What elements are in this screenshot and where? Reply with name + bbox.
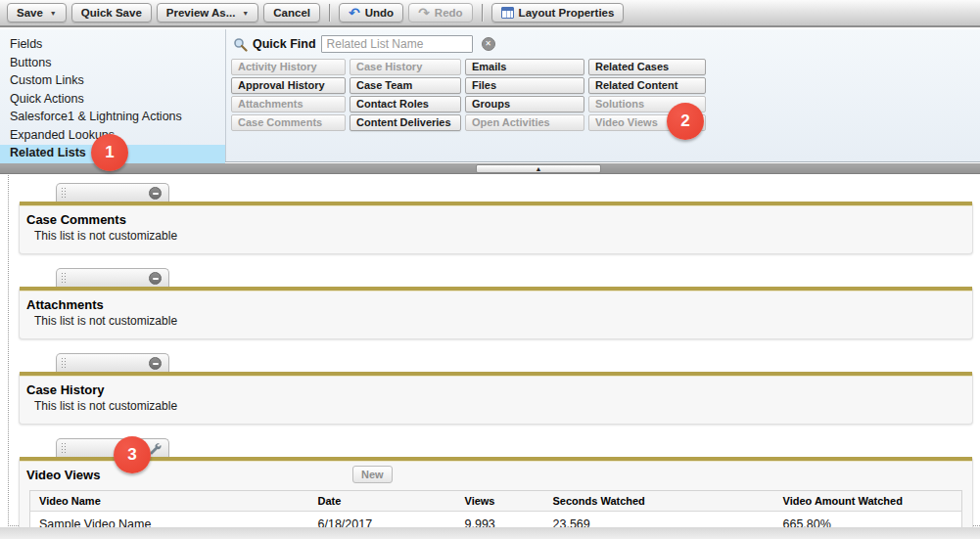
toolbar-separator	[482, 4, 483, 22]
quick-save-button[interactable]: Quick Save	[71, 3, 152, 22]
section-body: Attachments This list is not customizabl…	[19, 287, 973, 339]
related-list-section-attachments: Attachments This list is not customizabl…	[19, 268, 973, 339]
column-header-video-amount-watched: Video Amount Watched	[774, 491, 962, 512]
redo-icon: ↷	[418, 8, 430, 18]
save-dropdown-caret-icon[interactable]: ▼	[50, 10, 57, 17]
category-fields[interactable]: Fields	[0, 36, 225, 55]
palette-panel: Fields Buttons Custom Links Quick Action…	[0, 29, 980, 162]
related-list-section-video-views: Video Views New Video Name Date Views Se…	[19, 438, 973, 539]
step-badge-3: 3	[114, 436, 151, 473]
palette-item-case-history: Case History	[350, 59, 461, 75]
section-note: This list is not customizable	[34, 229, 972, 243]
section-title: Case History	[26, 382, 972, 397]
cancel-label: Cancel	[273, 7, 310, 19]
section-drag-handle[interactable]	[56, 183, 169, 202]
palette-item-emails[interactable]: Emails	[465, 59, 584, 75]
quick-save-label: Quick Save	[81, 7, 142, 19]
remove-section-icon[interactable]	[149, 357, 162, 370]
page-layout-editor: Save ▼ Quick Save Preview As... ▼ Cancel…	[0, 0, 980, 539]
category-custom-links[interactable]: Custom Links	[0, 72, 225, 91]
category-buttons[interactable]: Buttons	[0, 55, 225, 73]
preview-as-caret-icon: ▼	[242, 10, 249, 17]
palette-item-approval-history[interactable]: Approval History	[231, 77, 346, 94]
drag-grip-icon	[61, 187, 67, 199]
layout-canvas: Case Comments This list is not customiza…	[0, 175, 980, 527]
palette-item-contact-roles[interactable]: Contact Roles	[350, 96, 461, 112]
quick-find-label: Quick Find	[253, 37, 316, 51]
drag-grip-icon	[61, 357, 67, 369]
palette-item-activity-history: Activity History	[231, 59, 346, 75]
save-button[interactable]: Save ▼	[7, 3, 67, 22]
undo-icon: ↶	[349, 8, 360, 18]
step-badge-2: 2	[667, 103, 704, 140]
section-title: Case Comments	[26, 212, 972, 227]
layout-properties-label: Layout Properties	[519, 7, 615, 19]
toolbar: Save ▼ Quick Save Preview As... ▼ Cancel…	[0, 0, 980, 27]
section-note: This list is not customizable	[34, 399, 972, 413]
palette-item-related-content[interactable]: Related Content	[588, 77, 706, 94]
category-quick-actions[interactable]: Quick Actions	[0, 91, 225, 110]
quick-find-row: Quick Find ✕	[233, 35, 980, 53]
related-list-palette-grid: Activity History Case History Emails Rel…	[231, 59, 980, 131]
palette-item-open-activities: Open Activities	[465, 114, 584, 131]
remove-section-icon[interactable]	[149, 187, 162, 200]
column-header-video-name: Video Name	[30, 491, 309, 512]
toolbar-separator	[329, 4, 330, 22]
section-body: Case History This list is not customizab…	[19, 372, 973, 425]
undo-button[interactable]: ↶ Undo	[339, 3, 403, 22]
layout-properties-icon	[501, 7, 514, 19]
related-list-section-case-comments: Case Comments This list is not customiza…	[19, 183, 973, 254]
palette-item-case-team[interactable]: Case Team	[350, 77, 461, 94]
page-background	[0, 527, 980, 539]
palette-item-files[interactable]: Files	[465, 77, 584, 94]
palette-items-area: Quick Find ✕ Activity History Case Histo…	[226, 29, 980, 161]
palette-item-attachments: Attachments	[231, 96, 346, 112]
column-header-views: Views	[456, 491, 544, 512]
palette-item-related-cases[interactable]: Related Cases	[588, 59, 706, 75]
table-header-row: Video Name Date Views Seconds Watched Vi…	[30, 491, 962, 512]
palette-item-groups[interactable]: Groups	[465, 96, 584, 112]
related-lists-canvas: Case Comments This list is not customiza…	[8, 175, 980, 526]
undo-label: Undo	[365, 7, 394, 19]
section-drag-handle[interactable]	[56, 438, 169, 457]
collapse-palette-button[interactable]: ▲	[476, 164, 601, 173]
drag-grip-icon	[61, 442, 67, 454]
quick-find-input[interactable]	[321, 35, 473, 53]
column-header-seconds-watched: Seconds Watched	[544, 491, 774, 512]
section-body: Case Comments This list is not customiza…	[19, 202, 973, 254]
preview-as-button[interactable]: Preview As... ▼	[157, 3, 258, 22]
cancel-button[interactable]: Cancel	[263, 3, 320, 22]
related-list-section-case-history: Case History This list is not customizab…	[19, 353, 973, 425]
palette-item-content-deliveries[interactable]: Content Deliveries	[350, 114, 461, 131]
palette-item-case-comments: Case Comments	[231, 114, 346, 131]
layout-properties-button[interactable]: Layout Properties	[491, 3, 625, 22]
new-button: New	[352, 466, 393, 483]
drag-grip-icon	[61, 272, 67, 284]
remove-section-icon[interactable]	[149, 272, 162, 285]
section-title: Attachments	[26, 297, 972, 312]
section-drag-handle[interactable]	[56, 353, 169, 372]
preview-as-label: Preview As...	[166, 7, 236, 19]
section-drag-handle[interactable]	[56, 268, 169, 287]
clear-search-icon[interactable]: ✕	[482, 37, 495, 51]
section-note: This list is not customizable	[34, 314, 972, 328]
redo-button: ↷ Redo	[408, 3, 472, 22]
column-header-date: Date	[309, 491, 456, 512]
category-salesforce1-lightning-actions[interactable]: Salesforce1 & Lightning Actions	[0, 109, 225, 127]
save-button-label: Save	[17, 7, 43, 19]
section-title: Video Views	[26, 468, 972, 482]
step-badge-1: 1	[91, 134, 128, 171]
redo-label: Redo	[435, 7, 463, 19]
palette-divider: ▲	[0, 163, 980, 174]
search-icon	[233, 37, 248, 52]
